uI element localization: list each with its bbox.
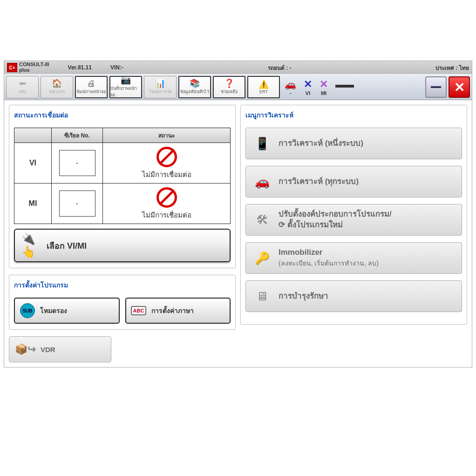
capture-screen-button[interactable]: 📷 บันทึกภาพหน้าจอ — [109, 76, 142, 98]
recorded-icon: 📚 — [190, 79, 200, 88]
version-label: Ver.81.11 — [68, 64, 92, 71]
recorded-data-button[interactable]: 📚 ข้อมูลที่บันทึกไว้ — [178, 76, 211, 98]
vehicle-status-icon: 🚗 - — [285, 79, 296, 95]
home-icon: 🏠 — [52, 79, 62, 88]
diag-menu-title: เมนูการวิเคราะห์ — [245, 109, 462, 123]
mi-serial-value: - — [59, 190, 95, 217]
camera-icon: 📷 — [121, 76, 131, 84]
vdr-icon: 📦↪ — [15, 343, 36, 355]
maintenance-button[interactable]: 🖥 การบำรุงรักษา — [245, 280, 462, 312]
app-logo-icon: C+ — [7, 63, 17, 72]
measure-icon: 📊 — [155, 79, 165, 88]
language-button[interactable]: ABC การตั้งค่าภาษา — [125, 298, 231, 324]
immobilizer-button[interactable]: 🔑 Immobilizer (ลงทะเบียน, เริ่มต้นการทำง… — [245, 242, 462, 274]
diag-menu-panel: เมนูการวิเคราะห์ 📱 การวิเคราะห์ (หนึ่งระ… — [240, 105, 467, 325]
minimize-button[interactable] — [425, 76, 447, 98]
vi-status-icon: ✕ VI — [304, 78, 312, 96]
home-button[interactable]: 🏠 หน้าแรก — [41, 76, 73, 98]
country-label: ประเทศ : ไทย — [435, 63, 469, 72]
no-connection-icon — [156, 187, 177, 208]
vin-label: VIN:- — [110, 64, 123, 71]
vi-status-text: ไม่มีการเชื่อมต่อ — [106, 169, 227, 180]
mi-status-text: ไม่มีการเชื่อมต่อ — [106, 210, 227, 221]
printer-icon: 🖨 — [87, 79, 95, 88]
select-device-icon: 🔌👆 — [21, 232, 42, 258]
sub-mode-button[interactable]: SUB โหมดรอง — [14, 298, 120, 324]
col-serial: ซีเรียล No. — [52, 128, 103, 143]
mobile-icon: 📱 — [252, 136, 272, 151]
measurement-mode-button[interactable]: 📊 โหมดการวัด — [144, 76, 177, 98]
battery-status-icon: ▬▬ — [335, 79, 354, 95]
minimize-icon — [431, 86, 441, 88]
app-title: CONSULT-III plus — [19, 62, 49, 73]
mi-status-icon: ✕ MI — [320, 78, 328, 96]
info-bar: C+ CONSULT-III plus Ver.81.11 VIN:- รถยน… — [4, 61, 472, 74]
close-icon: ✕ — [454, 80, 465, 95]
diag-all-systems-button[interactable]: 🚗 การวิเคราะห์ (ทุกระบบ) — [245, 166, 462, 197]
vehicle-label: รถยนต์ : - — [268, 63, 292, 72]
warning-icon: ⚠️ — [258, 80, 269, 88]
settings-panel: การตั้งค่าโปรแกรม SUB โหมดรอง ABC การตั้… — [9, 275, 236, 330]
help-icon: ❓ — [224, 79, 234, 88]
settings-title: การตั้งค่าโปรแกรม — [14, 279, 231, 293]
monitor-icon: 🖥 — [252, 289, 272, 304]
col-blank — [14, 128, 52, 143]
connection-table: ซีเรียล No. สถานะ VI - ไม่มีการเชื่อมต่อ… — [14, 128, 231, 224]
table-row: VI - ไม่มีการเชื่อมต่อ — [14, 143, 231, 184]
diag-one-system-button[interactable]: 📱 การวิเคราะห์ (หนึ่งระบบ) — [245, 128, 462, 159]
close-button[interactable]: ✕ — [449, 76, 470, 98]
print-screen-button[interactable]: 🖨 พิมพ์ภาพหน้าจอ — [75, 76, 108, 98]
vi-serial-value: - — [59, 150, 95, 176]
table-row: MI - ไม่มีการเชื่อมต่อ — [14, 184, 231, 224]
connection-panel: สถานะการเชื่อมต่อ ซีเรียล No. สถานะ VI -… — [9, 105, 236, 268]
select-vi-mi-button[interactable]: 🔌👆 เลือก VI/MI — [14, 229, 231, 262]
back-arrow-icon: ⬅ — [19, 79, 26, 88]
ert-button[interactable]: ⚠️ ERT — [247, 76, 280, 98]
toolbar: ⬅ กลับ 🏠 หน้าแรก 🖨 พิมพ์ภาพหน้าจอ 📷 บันท… — [4, 74, 472, 100]
back-button[interactable]: ⬅ กลับ — [6, 76, 39, 98]
abc-badge-icon: ABC — [130, 302, 148, 320]
car-diag-icon: 🚗 — [252, 175, 272, 189]
reprogram-button[interactable]: 🛠 ปรับตั้งองค์ประกอบการโปรแกรม/ ⟳ ตั้งโป… — [245, 204, 462, 236]
connection-title: สถานะการเชื่อมต่อ — [14, 109, 231, 123]
help-button[interactable]: ❓ ช่วยเหลือ — [213, 76, 245, 98]
vdr-button[interactable]: 📦↪ VDR — [9, 336, 111, 362]
sub-badge-icon: SUB — [19, 302, 36, 320]
no-connection-icon — [156, 147, 177, 167]
config-icon: 🛠 — [252, 213, 272, 227]
col-status: สถานะ — [103, 128, 231, 143]
key-icon: 🔑 — [252, 251, 272, 265]
